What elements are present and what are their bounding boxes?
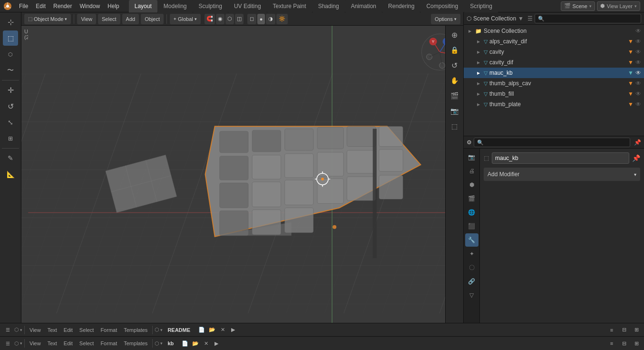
pin-icon[interactable]: 📌 — [634, 139, 641, 146]
outliner-row-thumb-fill[interactable]: ▶ ▽ thumb_fill ▼ 👁 — [464, 89, 644, 99]
bp2-templates-btn[interactable]: Templates — [121, 340, 150, 347]
outliner-row-alps[interactable]: ▶ ▽ alps_cavity_dif ▼ 👁 — [464, 36, 644, 47]
snap-magnet-btn[interactable]: 🧲 — [205, 14, 215, 24]
menu-window[interactable]: Window — [76, 2, 104, 10]
bp2-select-btn[interactable]: Select — [77, 340, 97, 347]
bp1-r3[interactable]: ⊞ — [631, 325, 642, 335]
tab-texture-paint[interactable]: Texture Paint — [267, 0, 312, 12]
viewport-ortho-icon[interactable]: ⬚ — [448, 119, 462, 133]
bp1-edit-btn[interactable]: Edit — [61, 326, 76, 334]
bp2-edit-btn[interactable]: Edit — [61, 340, 76, 347]
constraints-props-btn[interactable]: 🔗 — [465, 275, 478, 288]
bp1-doc-expand[interactable]: ▾ — [160, 328, 163, 332]
annotate-icon[interactable]: ✎ — [3, 150, 18, 166]
filter-icon-cavity-dif[interactable]: ▼ — [628, 59, 634, 66]
viewport-orbit-icon[interactable]: ↺ — [448, 58, 462, 72]
header-object-btn[interactable]: Object — [141, 14, 164, 24]
scene-selector[interactable]: 🎬 Scene ▾ — [561, 1, 595, 11]
bp2-menu-icon[interactable]: ☰ — [2, 338, 13, 349]
rotate-icon[interactable]: ↺ — [3, 99, 18, 114]
show-overlay-btn[interactable]: ⬡ — [225, 14, 234, 24]
menu-edit[interactable]: Edit — [32, 2, 49, 10]
filter-icon-mauc[interactable]: ▼ — [628, 70, 634, 76]
select-lasso-icon[interactable]: 〜 — [3, 63, 18, 78]
solid-shading-btn[interactable]: ● — [257, 14, 265, 24]
expand-icon[interactable]: ▶ — [467, 28, 473, 34]
tab-animation[interactable]: Animation — [345, 0, 382, 12]
visibility-icon-mauc[interactable]: 👁 — [635, 70, 641, 76]
bp2-new-file-icon[interactable]: 📄 — [180, 339, 190, 348]
bp1-expand-icon[interactable]: ▾ — [20, 328, 22, 332]
header-add-btn[interactable]: Add — [122, 14, 139, 24]
outliner-row-thumb-plate[interactable]: ▶ ▽ thumb_plate ▼ 👁 — [464, 99, 644, 110]
filter-icon-thumb-plate[interactable]: ▼ — [628, 101, 634, 108]
filter-icon-cavity[interactable]: ▼ — [628, 49, 634, 55]
object-props-btn[interactable]: ⬛ — [465, 220, 478, 233]
toolbar-icon-selector[interactable]: ⊹ — [3, 14, 18, 30]
outliner-row-thumb-alps[interactable]: ▶ ▽ thumb_alps_cav ▼ 👁 — [464, 78, 644, 89]
tab-uv-editing[interactable]: UV Editing — [228, 0, 267, 12]
viewport[interactable]: ⬚ Object Mode ▾ View Select Add Object ⌖… — [21, 12, 463, 323]
physics-props-btn[interactable]: 〇 — [465, 261, 478, 274]
xray-btn[interactable]: ◫ — [235, 14, 244, 24]
bp2-expand-icon[interactable]: ▾ — [20, 341, 22, 346]
tab-sculpting[interactable]: Sculpting — [193, 0, 228, 12]
data-props-btn[interactable]: ▽ — [465, 289, 478, 302]
viewport-nav-icon[interactable]: ⊕ — [448, 28, 462, 42]
bp1-close-icon[interactable]: ✕ — [218, 325, 227, 335]
bp1-format-btn[interactable]: Format — [98, 326, 120, 334]
outliner-row-cavity[interactable]: ▶ ▽ cavity ▼ 👁 — [464, 47, 644, 57]
bp1-r2[interactable]: ⊟ — [618, 325, 630, 335]
filter-icon-alps[interactable]: ▼ — [628, 38, 634, 45]
world-props-btn[interactable]: 🌐 — [465, 206, 478, 219]
expand-icon-thumb-alps[interactable]: ▶ — [475, 80, 482, 87]
bp1-play-icon[interactable]: ▶ — [228, 325, 238, 335]
bp2-close-icon[interactable]: ✕ — [201, 339, 211, 348]
tab-rendering[interactable]: Rendering — [382, 0, 420, 12]
render-props-btn[interactable]: 📷 — [465, 150, 478, 164]
tab-scripting[interactable]: Scripting — [464, 0, 498, 12]
bp2-doc-expand[interactable]: ▾ — [160, 341, 163, 346]
tab-shading[interactable]: Shading — [312, 0, 345, 12]
particles-props-btn[interactable]: ✦ — [465, 247, 478, 260]
bp1-menu-icon[interactable]: ☰ — [2, 325, 13, 335]
bp2-r3[interactable]: ⊞ — [631, 338, 642, 349]
visibility-icon-cavity-dif[interactable]: 👁 — [635, 59, 641, 66]
outliner-row-scene-collection[interactable]: ▶ 📁 Scene Collection 👁 — [464, 26, 644, 36]
view-layer-props-btn[interactable]: ⬢ — [465, 178, 478, 191]
visibility-icon-thumb-fill[interactable]: 👁 — [635, 90, 641, 97]
transform-selector-btn[interactable]: ⌖ Global ▾ — [170, 14, 201, 24]
viewport-dolly-icon[interactable]: 🎬 — [448, 89, 462, 103]
visibility-icon-thumb-alps[interactable]: 👁 — [635, 80, 641, 87]
bp1-view-btn[interactable]: View — [27, 326, 44, 334]
move-icon[interactable]: ✛ — [3, 82, 18, 98]
outliner-filter-icon[interactable]: ▼ — [518, 15, 524, 22]
transform-icon[interactable]: ⊞ — [3, 131, 18, 146]
material-shading-btn[interactable]: ◑ — [266, 14, 275, 24]
visibility-icon[interactable]: 👁 — [635, 28, 641, 34]
tab-compositing[interactable]: Compositing — [420, 0, 464, 12]
object-pin-icon[interactable]: 📌 — [632, 154, 640, 162]
bp1-templates-btn[interactable]: Templates — [121, 326, 150, 334]
bp2-play-icon[interactable]: ▶ — [212, 339, 221, 348]
expand-icon-thumb-plate[interactable]: ▶ — [475, 101, 482, 108]
bp2-view-btn[interactable]: View — [27, 340, 44, 347]
object-name-field[interactable]: mauc_kb — [492, 152, 629, 164]
tab-layout[interactable]: Layout — [129, 0, 157, 12]
outliner-row-cavity-dif[interactable]: ▶ ▽ cavity_dif ▼ 👁 — [464, 57, 644, 68]
proportional-edit-btn[interactable]: ◉ — [216, 14, 224, 24]
menu-file[interactable]: File — [15, 2, 32, 10]
wireframe-shading-btn[interactable]: ◻ — [247, 14, 256, 24]
render-shading-btn[interactable]: 🔆 — [276, 14, 288, 24]
expand-icon-thumb-fill[interactable]: ▶ — [475, 90, 482, 97]
select-circle-icon[interactable]: ⬡ — [3, 47, 18, 62]
header-view-btn[interactable]: View — [77, 14, 96, 24]
bp1-select-btn[interactable]: Select — [77, 326, 97, 334]
bp1-new-file-icon[interactable]: 📄 — [197, 325, 206, 335]
bp2-text-btn[interactable]: Text — [45, 340, 60, 347]
expand-icon-mauc[interactable]: ▶ — [475, 70, 482, 76]
view-layer-label[interactable]: ⬢ View Layer ▾ — [597, 1, 640, 11]
outliner-search[interactable] — [535, 14, 641, 23]
add-modifier-btn[interactable]: Add Modifier ▾ — [484, 168, 640, 181]
bp1-text-btn[interactable]: Text — [45, 326, 60, 334]
